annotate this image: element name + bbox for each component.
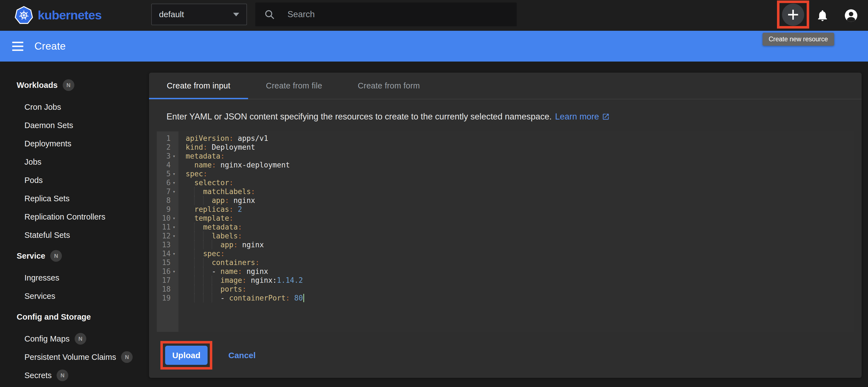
line-number: 14▾ [157, 249, 179, 258]
bell-icon [816, 19, 829, 23]
code-line-19: - containerPort: 80 [186, 293, 854, 303]
sidebar-item-config-maps[interactable]: Config MapsN [0, 329, 149, 348]
tab-bar: Create from inputCreate from fileCreate … [149, 73, 862, 99]
brand-wordmark: kubernetes [38, 8, 101, 23]
search-input[interactable] [287, 9, 508, 20]
editor-gutter: 123▾45▾6▾7▾8910▾11▾12▾1314▾1516▾171819 [157, 131, 179, 332]
sidebar-item-daemon-sets[interactable]: Daemon Sets [0, 116, 149, 135]
intro-text: Enter YAML or JSON content specifying th… [166, 112, 552, 122]
sidebar-group-config-and-storage[interactable]: Config and Storage [0, 306, 149, 328]
sidebar-item-replica-sets[interactable]: Replica Sets [0, 189, 149, 208]
new-badge: N [50, 250, 62, 262]
line-number: 1 [157, 134, 179, 143]
sidebar-item-cron-jobs[interactable]: Cron Jobs [0, 98, 149, 116]
account-button[interactable] [844, 8, 859, 23]
line-number: 4 [157, 161, 179, 169]
yaml-editor[interactable]: 123▾45▾6▾7▾8910▾11▾12▾1314▾1516▾171819 a… [157, 131, 854, 332]
sidebar-item-label: Persistent Volume Claims [24, 353, 116, 362]
sidebar-item-label: Services [24, 292, 55, 301]
line-number: 18 [157, 285, 179, 293]
code-line-8: app: nginx [186, 196, 854, 205]
code-line-10: template: [186, 214, 854, 222]
cancel-button[interactable]: Cancel [227, 350, 257, 360]
form-actions: Upload Cancel [160, 341, 862, 370]
code-line-18: ports: [186, 285, 854, 293]
top-bar: kubernetes default [0, 0, 868, 31]
line-number: 12▾ [157, 232, 179, 240]
tab-create-from-form[interactable]: Create from form [340, 73, 438, 99]
sidebar-item-label: Deployments [24, 139, 71, 148]
sidebar-item-label: Stateful Sets [24, 231, 70, 240]
code-line-4: name: nginx-deployment [186, 161, 854, 169]
annotation-highlight-upload: Upload [160, 341, 212, 370]
page-title: Create [34, 40, 66, 52]
new-badge: N [63, 79, 74, 91]
line-number: 6▾ [157, 178, 179, 187]
sidebar-group-label: Service [17, 251, 45, 260]
code-line-17: image: nginx:1.14.2 [186, 276, 854, 285]
fold-arrow-icon: ▾ [170, 187, 177, 196]
fold-arrow-icon: ▾ [170, 152, 177, 161]
sidebar-item-replication-controllers[interactable]: Replication Controllers [0, 208, 149, 226]
line-number: 16▾ [157, 267, 179, 276]
upload-button[interactable]: Upload [165, 346, 208, 365]
open-in-new-icon [602, 113, 610, 120]
line-number: 15 [157, 258, 179, 267]
code-line-15: containers: [186, 258, 854, 267]
sidebar-item-services[interactable]: Services [0, 287, 149, 305]
line-number: 19 [157, 293, 179, 303]
code-line-14: spec: [186, 249, 854, 258]
sidebar-item-ingresses[interactable]: Ingresses [0, 269, 149, 287]
sidebar-item-label: Replica Sets [24, 194, 70, 203]
intro-row: Enter YAML or JSON content specifying th… [166, 112, 844, 122]
sidebar-item-jobs[interactable]: Jobs [0, 153, 149, 171]
add-resource-button[interactable] [782, 4, 804, 26]
sidebar-item-persistent-volume-claims[interactable]: Persistent Volume ClaimsN [0, 348, 149, 366]
code-line-2: kind: Deployment [186, 143, 854, 152]
kubernetes-dashboard: kubernetes default [0, 0, 868, 387]
code-line-12: labels: [186, 232, 854, 240]
plus-icon [785, 7, 801, 22]
fold-arrow-icon: ▾ [170, 169, 177, 178]
sidebar-group-label: Config and Storage [17, 312, 91, 322]
search-bar [255, 2, 517, 26]
sidebar-item-label: Replication Controllers [24, 212, 105, 221]
code-line-11: metadata: [186, 222, 854, 232]
line-number: 5▾ [157, 169, 179, 178]
notifications-button[interactable] [816, 9, 829, 22]
new-badge: N [121, 351, 133, 363]
line-number: 9 [157, 205, 179, 214]
sidebar-item-deployments[interactable]: Deployments [0, 135, 149, 153]
sidebar-item-label: Secrets [24, 371, 52, 380]
line-number: 10▾ [157, 214, 179, 222]
namespace-select[interactable]: default [151, 4, 247, 25]
sidebar-item-secrets[interactable]: SecretsN [0, 366, 149, 385]
sidebar-group-workloads[interactable]: WorkloadsN [0, 74, 149, 96]
line-number: 8 [157, 196, 179, 205]
line-number: 2 [157, 143, 179, 152]
sidebar-group-service[interactable]: ServiceN [0, 245, 149, 267]
code-line-9: replicas: 2 [186, 205, 854, 214]
search-icon [264, 9, 275, 20]
line-number: 11▾ [157, 222, 179, 232]
code-line-1: apiVersion: apps/v1 [186, 134, 854, 143]
menu-button[interactable] [12, 42, 23, 51]
chevron-down-icon [233, 13, 239, 16]
sidebar-item-label: Config Maps [24, 334, 70, 344]
namespace-select-value: default [159, 10, 184, 19]
learn-more-link[interactable]: Learn more [555, 112, 610, 122]
sidebar-nav: WorkloadsNCron JobsDaemon SetsDeployment… [0, 62, 149, 387]
fold-arrow-icon: ▾ [170, 232, 177, 240]
fold-arrow-icon: ▾ [170, 249, 177, 258]
sidebar-item-label: Pods [24, 176, 43, 185]
fold-arrow-icon: ▾ [170, 267, 177, 276]
create-card: Create from inputCreate from fileCreate … [149, 73, 862, 378]
text-cursor [303, 294, 304, 302]
sidebar-item-pods[interactable]: Pods [0, 171, 149, 189]
code-line-7: matchLabels: [186, 187, 854, 196]
sidebar-item-stateful-sets[interactable]: Stateful Sets [0, 226, 149, 244]
line-number: 17 [157, 276, 179, 285]
tab-create-from-file[interactable]: Create from file [248, 73, 340, 99]
kubernetes-logo-icon[interactable] [14, 6, 33, 25]
tab-create-from-input[interactable]: Create from input [149, 73, 248, 99]
